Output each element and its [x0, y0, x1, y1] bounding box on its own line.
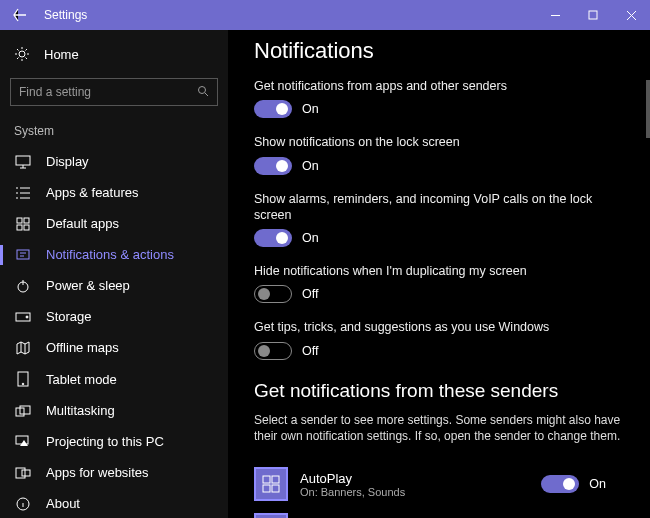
- sidebar-item-apps-features[interactable]: Apps & features: [0, 177, 228, 208]
- senders-desc: Select a sender to see more settings. So…: [254, 412, 624, 446]
- gear-icon: [14, 46, 32, 62]
- toggle-tips[interactable]: [254, 342, 292, 360]
- search-box[interactable]: [10, 78, 218, 106]
- setting-hide-duplicating: Hide notifications when I'm duplicating …: [254, 263, 624, 303]
- sidebar-item-power-sleep[interactable]: Power & sleep: [0, 270, 228, 301]
- close-button[interactable]: [612, 0, 650, 30]
- search-input[interactable]: [19, 85, 197, 99]
- svg-rect-8: [17, 250, 29, 259]
- window-title: Settings: [40, 8, 87, 22]
- svg-point-1: [19, 51, 25, 57]
- svg-rect-21: [272, 476, 279, 483]
- maximize-button[interactable]: [574, 0, 612, 30]
- sidebar-item-about[interactable]: About: [0, 488, 228, 518]
- svg-rect-5: [24, 218, 29, 223]
- svg-point-2: [199, 87, 206, 94]
- toggle-get-notifications[interactable]: [254, 100, 292, 118]
- section-label: System: [0, 120, 228, 146]
- sidebar-item-projecting[interactable]: Projecting to this PC: [0, 426, 228, 457]
- sidebar-item-apps-websites[interactable]: Apps for websites: [0, 457, 228, 488]
- svg-rect-0: [589, 11, 597, 19]
- svg-rect-23: [272, 485, 279, 492]
- svg-rect-16: [16, 436, 28, 444]
- setting-lock-screen: Show notifications on the lock screen On: [254, 134, 624, 174]
- svg-point-13: [22, 383, 24, 385]
- svg-rect-18: [22, 470, 30, 476]
- autoplay-icon: [254, 467, 288, 501]
- toggle-alarms-lock[interactable]: [254, 229, 292, 247]
- project-icon: [14, 435, 32, 449]
- setting-get-notifications: Get notifications from apps and other se…: [254, 78, 624, 118]
- titlebar: Settings: [0, 0, 650, 30]
- storage-icon: [14, 312, 32, 322]
- power-icon: [14, 279, 32, 293]
- senders-title: Get notifications from these senders: [254, 380, 624, 402]
- grid-icon: [14, 217, 32, 231]
- svg-point-11: [26, 316, 28, 318]
- toggle-lock-screen[interactable]: [254, 157, 292, 175]
- sidebar: Home System Display Apps & features Defa…: [0, 30, 228, 518]
- svg-rect-15: [20, 406, 30, 414]
- sidebar-item-multitasking[interactable]: Multitasking: [0, 395, 228, 426]
- search-icon: [197, 83, 209, 101]
- notification-icon: [14, 248, 32, 262]
- setting-alarms-lock: Show alarms, reminders, and incoming VoI…: [254, 191, 624, 248]
- sidebar-item-offline-maps[interactable]: Offline maps: [0, 332, 228, 363]
- calendar-icon: [254, 513, 288, 518]
- sidebar-item-tablet-mode[interactable]: Tablet mode: [0, 363, 228, 395]
- content-area: Notifications Get notifications from app…: [228, 30, 650, 518]
- svg-rect-7: [24, 225, 29, 230]
- tablet-icon: [14, 371, 32, 387]
- sender-autoplay[interactable]: AutoPlayOn: Banners, Sounds On: [254, 461, 624, 507]
- svg-rect-22: [263, 485, 270, 492]
- minimize-button[interactable]: [536, 0, 574, 30]
- info-icon: [14, 497, 32, 511]
- sender-calendar[interactable]: CalendarOn: Banners, Sounds On: [254, 507, 624, 518]
- link-icon: [14, 467, 32, 479]
- map-icon: [14, 341, 32, 355]
- sidebar-item-storage[interactable]: Storage: [0, 301, 228, 332]
- svg-rect-4: [17, 218, 22, 223]
- toggle-sender-autoplay[interactable]: [541, 475, 579, 493]
- home-label: Home: [44, 47, 79, 62]
- scrollbar-thumb[interactable]: [646, 80, 650, 138]
- toggle-hide-duplicating[interactable]: [254, 285, 292, 303]
- back-button[interactable]: [0, 0, 40, 30]
- svg-rect-6: [17, 225, 22, 230]
- svg-rect-3: [16, 156, 30, 165]
- multitask-icon: [14, 405, 32, 417]
- list-icon: [14, 186, 32, 200]
- setting-tips: Get tips, tricks, and suggestions as you…: [254, 319, 624, 359]
- nav-list: Display Apps & features Default apps Not…: [0, 146, 228, 518]
- home-nav[interactable]: Home: [0, 40, 228, 68]
- sidebar-item-notifications[interactable]: Notifications & actions: [0, 239, 228, 270]
- svg-rect-20: [263, 476, 270, 483]
- sidebar-item-display[interactable]: Display: [0, 146, 228, 177]
- page-title: Notifications: [254, 38, 624, 64]
- display-icon: [14, 155, 32, 169]
- sidebar-item-default-apps[interactable]: Default apps: [0, 208, 228, 239]
